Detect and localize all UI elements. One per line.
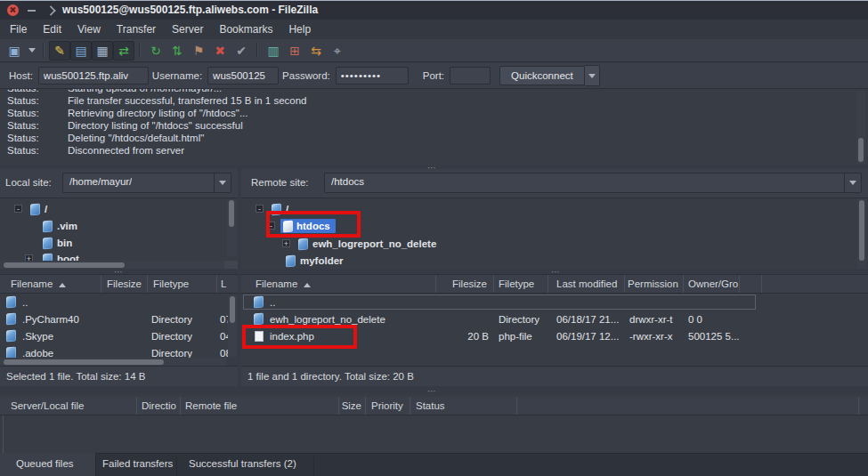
remote-tree-item-ewh-logreport[interactable]: + ewh_logreport_no_delete	[241, 236, 868, 252]
local-file-row-skype[interactable]: .Skype Directory 04	[0, 328, 238, 344]
toggle-remote-tree-icon[interactable]: ▦	[92, 41, 113, 61]
local-header-last-modified[interactable]: L	[217, 275, 228, 293]
find-files-icon[interactable]: ⌖	[327, 41, 348, 61]
remote-tree-item-root[interactable]: - /	[241, 201, 868, 217]
password-input[interactable]	[336, 67, 409, 85]
quickconnect-dropdown-icon[interactable]	[585, 65, 600, 86]
local-file-row-adobe[interactable]: .adobe Directory 08	[0, 345, 238, 358]
menu-server[interactable]: Server	[164, 20, 211, 39]
minimize-button[interactable]	[26, 4, 37, 16]
refresh-icon[interactable]: ↻	[145, 41, 166, 61]
file-icon	[255, 331, 264, 342]
queue-header-remote-file[interactable]: Remote file	[181, 397, 339, 415]
remote-site-combobox[interactable]: /htdocs	[324, 173, 862, 193]
message-log[interactable]: Status:Starting upload of /home/mayur/..…	[0, 89, 868, 165]
remote-header-last-modified[interactable]: Last modified	[548, 275, 625, 293]
remote-header-owner-group[interactable]: Owner/Gro	[684, 275, 740, 293]
menu-view[interactable]: View	[69, 20, 109, 39]
reconnect-icon[interactable]: ✔	[231, 41, 252, 61]
local-site-dropdown-icon[interactable]	[214, 173, 231, 192]
remote-tree-vscrollbar[interactable]	[857, 199, 866, 269]
toolbar: ▣ ✎ ▤ ▦ ⇄ ↻ ⇅ ⚑ ✖ ✔ ▥ ⊞ ⇆ ⌖	[0, 39, 868, 62]
toggle-transfer-queue-icon[interactable]: ⇄	[113, 41, 134, 61]
log-scrollbar-thumb[interactable]	[858, 138, 864, 162]
quickconnect-button[interactable]: Quickconnect	[499, 66, 585, 85]
local-header-filesize[interactable]: Filesize	[101, 275, 148, 293]
queue-header-size[interactable]: Size	[339, 397, 366, 415]
menu-edit[interactable]: Edit	[35, 20, 69, 39]
remote-file-row-parent[interactable]: ..	[241, 294, 868, 311]
filter-icon[interactable]: ▥	[263, 41, 284, 61]
disconnect-icon[interactable]: ✖	[209, 41, 231, 61]
toggle-message-log-icon[interactable]: ✎	[49, 41, 70, 61]
menu-transfer[interactable]: Transfer	[109, 20, 164, 39]
remote-site-dropdown-icon[interactable]	[844, 173, 861, 192]
remote-site-label: Remote site:	[251, 177, 309, 188]
remote-header-filetype[interactable]: Filetype	[494, 275, 548, 293]
site-manager-icon[interactable]: ▣	[4, 41, 25, 61]
host-input[interactable]	[38, 67, 149, 85]
local-site-combobox[interactable]: /home/mayur/	[62, 173, 231, 193]
remote-header-filename[interactable]: Filename	[241, 275, 436, 293]
local-tree-item-bin[interactable]: bin	[0, 235, 238, 251]
window-title: wus500125@wus500125.ftp.aliwebs.com - Fi…	[62, 1, 318, 20]
tab-successful-transfers[interactable]: Successful transfers (2)	[189, 458, 296, 469]
filezilla-window: wus500125@wus500125.ftp.aliwebs.com - Fi…	[0, 0, 868, 476]
remote-tree-item-htdocs[interactable]: - htdocs	[241, 218, 868, 234]
queue-splitter[interactable]: ⋯	[0, 388, 868, 394]
tab-failed-transfers[interactable]: Failed transfers	[102, 458, 173, 469]
remote-file-row-index-php[interactable]: index.php 20 B php-file 06/19/17 12... -…	[241, 328, 868, 344]
folder-icon	[6, 330, 16, 343]
log-entry: Status:Retrieving directory listing of "…	[0, 107, 856, 119]
local-tree-item-vim[interactable]: .vim	[0, 218, 238, 234]
tab-queued-files[interactable]: Queued files	[16, 458, 74, 469]
queue-header-status[interactable]: Status	[410, 397, 517, 415]
queue-tab-bar: Queued files Failed transfers Successful…	[0, 453, 868, 476]
local-status-bar: Selected 1 file. Total size: 14 B	[0, 366, 238, 386]
toolbar-separator	[256, 43, 258, 58]
local-file-row-parent[interactable]: ..	[0, 294, 238, 311]
queue-header-priority[interactable]: Priority	[366, 397, 410, 415]
menu-bookmarks[interactable]: Bookmarks	[211, 20, 280, 39]
local-tree-item-root[interactable]: - /	[0, 201, 238, 217]
local-tree-vscrollbar-thumb[interactable]	[229, 200, 234, 227]
open-folder-icon	[283, 221, 293, 233]
directory-comparison-icon[interactable]: ⊞	[284, 41, 305, 61]
local-list-vscrollbar[interactable]	[228, 295, 237, 356]
port-input[interactable]	[450, 67, 491, 85]
cancel-operation-icon[interactable]: ⚑	[188, 41, 209, 61]
maximize-button[interactable]	[45, 4, 56, 16]
remote-file-row-ewh-logreport[interactable]: ewh_logreport_no_delete Directory 06/18/…	[241, 311, 868, 327]
remote-header-filesize[interactable]: Filesize	[436, 275, 494, 293]
tree-collapse-icon[interactable]: -	[256, 205, 264, 213]
menu-help[interactable]: Help	[280, 20, 319, 39]
toggle-local-tree-icon[interactable]: ▤	[70, 41, 92, 61]
local-file-row-pycharm[interactable]: .PyCharm40 Directory 07	[0, 311, 238, 327]
local-pane: Local site: /home/mayur/ - / .vim bin +	[0, 169, 238, 385]
tree-collapse-icon[interactable]: -	[267, 222, 275, 230]
port-label: Port:	[423, 70, 444, 81]
local-header-filetype[interactable]: Filetype	[148, 275, 217, 293]
queue-header-direction[interactable]: Directio	[137, 397, 181, 415]
close-button[interactable]	[7, 4, 19, 16]
site-manager-dropdown-icon[interactable]	[25, 41, 38, 61]
queue-header-server-local-file[interactable]: Server/Local file	[0, 397, 137, 415]
remote-tree-vscrollbar-thumb[interactable]	[859, 200, 864, 261]
log-scrollbar[interactable]	[856, 91, 865, 164]
host-label: Host:	[9, 70, 33, 81]
tree-expand-icon[interactable]: +	[282, 239, 290, 247]
log-entry: Status:Deleting "/htdocs/default.html"	[0, 132, 856, 144]
tree-collapse-icon[interactable]: -	[14, 205, 22, 213]
local-site-bar: Local site: /home/mayur/	[0, 169, 238, 198]
local-tree-vscrollbar[interactable]	[227, 199, 236, 256]
local-tree-hscrollbar-thumb[interactable]	[4, 262, 125, 268]
remote-header-permissions[interactable]: Permission	[625, 275, 684, 293]
remote-header-spacer	[740, 275, 762, 293]
local-list-vscrollbar-thumb[interactable]	[230, 296, 235, 323]
local-list-hscrollbar-thumb[interactable]	[4, 359, 164, 365]
username-input[interactable]	[207, 67, 279, 85]
process-queue-icon[interactable]: ⇅	[166, 41, 188, 61]
synchronized-browsing-icon[interactable]: ⇆	[305, 41, 327, 61]
local-header-filename[interactable]: Filename	[0, 275, 101, 293]
menu-file[interactable]: File	[2, 20, 35, 39]
